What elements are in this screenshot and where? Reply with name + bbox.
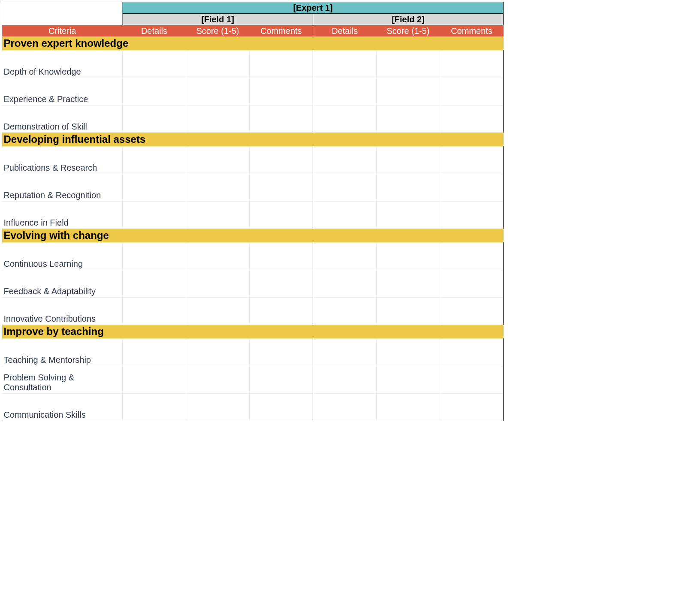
data-cell[interactable]	[313, 270, 377, 297]
data-cell[interactable]	[440, 78, 504, 105]
criteria-label: Teaching & Mentorship	[2, 338, 123, 366]
data-cell[interactable]	[377, 242, 440, 270]
criteria-label: Communication Skills	[2, 393, 123, 421]
criteria-label: Publications & Research	[2, 146, 123, 174]
data-cell[interactable]	[186, 338, 250, 366]
group-header: Proven expert knowledge	[2, 36, 504, 50]
criteria-label: Feedback & Adaptability	[2, 270, 123, 297]
data-cell[interactable]	[186, 201, 250, 229]
data-cell[interactable]	[313, 366, 377, 393]
criteria-label: Problem Solving & Consultation	[2, 366, 123, 393]
data-cell[interactable]	[123, 50, 186, 78]
data-cell[interactable]	[377, 297, 440, 325]
data-cell[interactable]	[250, 146, 313, 174]
criteria-label: Influence in Field	[2, 201, 123, 229]
data-cell[interactable]	[313, 297, 377, 325]
data-cell[interactable]	[250, 338, 313, 366]
data-cell[interactable]	[123, 146, 186, 174]
data-cell[interactable]	[440, 270, 504, 297]
data-cell[interactable]	[313, 393, 377, 421]
data-cell[interactable]	[250, 242, 313, 270]
data-cell[interactable]	[250, 201, 313, 229]
data-cell[interactable]	[186, 146, 250, 174]
criteria-label: Continuous Learning	[2, 242, 123, 270]
data-cell[interactable]	[250, 78, 313, 105]
col-score-2: Score (1-5)	[377, 25, 440, 37]
col-comments-1: Comments	[250, 25, 313, 37]
data-cell[interactable]	[313, 242, 377, 270]
criteria-label: Demonstration of Skill	[2, 105, 123, 133]
col-details-2: Details	[313, 25, 377, 37]
data-cell[interactable]	[250, 270, 313, 297]
data-cell[interactable]	[123, 174, 186, 201]
group-header: Evolving with change	[2, 229, 504, 242]
data-cell[interactable]	[313, 105, 377, 133]
data-cell[interactable]	[123, 78, 186, 105]
criteria-label: Innovative Contributions	[2, 297, 123, 325]
data-cell[interactable]	[186, 50, 250, 78]
data-cell[interactable]	[250, 105, 313, 133]
data-cell[interactable]	[186, 78, 250, 105]
col-score-1: Score (1-5)	[186, 25, 250, 37]
criteria-column-header: Criteria	[2, 25, 123, 37]
data-cell[interactable]	[250, 393, 313, 421]
data-cell[interactable]	[250, 297, 313, 325]
data-cell[interactable]	[186, 270, 250, 297]
data-cell[interactable]	[313, 201, 377, 229]
data-cell[interactable]	[440, 338, 504, 366]
data-cell[interactable]	[377, 393, 440, 421]
data-cell[interactable]	[123, 242, 186, 270]
criteria-label: Experience & Practice	[2, 78, 123, 105]
data-cell[interactable]	[440, 174, 504, 201]
data-cell[interactable]	[377, 105, 440, 133]
data-cell[interactable]	[123, 105, 186, 133]
data-cell[interactable]	[123, 338, 186, 366]
data-cell[interactable]	[313, 338, 377, 366]
evaluation-rubric-table: [Expert 1] [Field 1] [Field 2] Criteria …	[2, 2, 504, 421]
data-cell[interactable]	[440, 393, 504, 421]
data-cell[interactable]	[123, 366, 186, 393]
data-cell[interactable]	[123, 201, 186, 229]
data-cell[interactable]	[313, 50, 377, 78]
data-cell[interactable]	[377, 270, 440, 297]
field-header-1: [Field 1]	[123, 14, 313, 25]
data-cell[interactable]	[250, 366, 313, 393]
data-cell[interactable]	[186, 297, 250, 325]
criteria-label: Depth of Knowledge	[2, 50, 123, 78]
data-cell[interactable]	[377, 201, 440, 229]
col-details-1: Details	[123, 25, 186, 37]
data-cell[interactable]	[186, 242, 250, 270]
data-cell[interactable]	[377, 174, 440, 201]
data-cell[interactable]	[186, 366, 250, 393]
data-cell[interactable]	[123, 270, 186, 297]
col-comments-2: Comments	[440, 25, 504, 37]
data-cell[interactable]	[377, 78, 440, 105]
data-cell[interactable]	[186, 174, 250, 201]
group-header: Developing influential assets	[2, 133, 504, 146]
data-cell[interactable]	[313, 78, 377, 105]
criteria-label: Reputation & Recognition	[2, 174, 123, 201]
data-cell[interactable]	[250, 50, 313, 78]
data-cell[interactable]	[440, 366, 504, 393]
data-cell[interactable]	[123, 393, 186, 421]
data-cell[interactable]	[313, 146, 377, 174]
data-cell[interactable]	[440, 105, 504, 133]
data-cell[interactable]	[186, 105, 250, 133]
data-cell[interactable]	[440, 242, 504, 270]
data-cell[interactable]	[377, 338, 440, 366]
data-cell[interactable]	[313, 174, 377, 201]
data-cell[interactable]	[440, 201, 504, 229]
expert-header: [Expert 1]	[123, 2, 504, 14]
data-cell[interactable]	[377, 146, 440, 174]
data-cell[interactable]	[440, 50, 504, 78]
field-header-2: [Field 2]	[313, 14, 504, 25]
top-left-blank	[2, 2, 123, 25]
group-header: Improve by teaching	[2, 325, 504, 338]
data-cell[interactable]	[250, 174, 313, 201]
data-cell[interactable]	[186, 393, 250, 421]
data-cell[interactable]	[440, 146, 504, 174]
data-cell[interactable]	[440, 297, 504, 325]
data-cell[interactable]	[123, 297, 186, 325]
data-cell[interactable]	[377, 366, 440, 393]
data-cell[interactable]	[377, 50, 440, 78]
